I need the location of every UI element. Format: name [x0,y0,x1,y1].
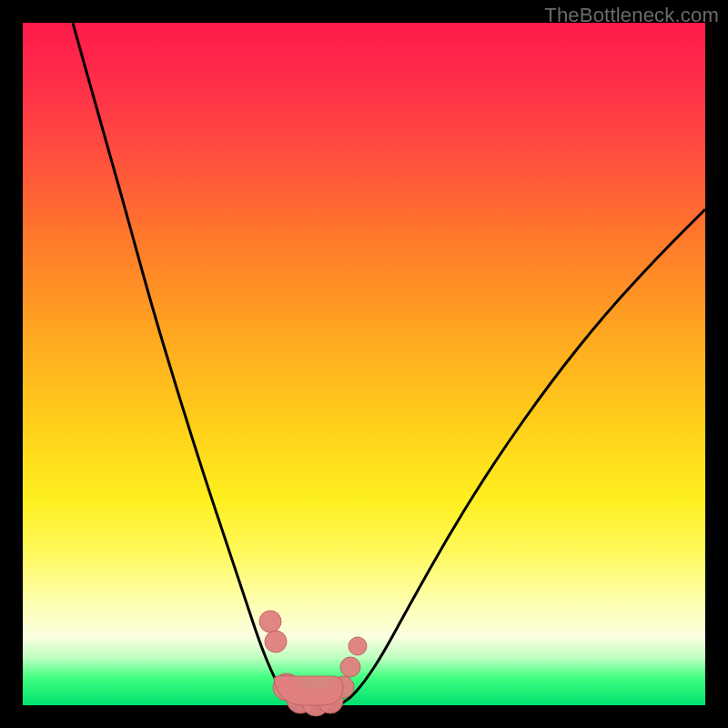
marker-dot [259,611,281,632]
chart-svg [23,23,705,705]
marker-dot [265,631,287,652]
marker-dot [340,657,360,677]
watermark-label: TheBottleneck.com [544,4,719,27]
right-curve-path [341,209,705,703]
marker-dot [349,637,367,655]
left-curve-path [73,23,293,703]
